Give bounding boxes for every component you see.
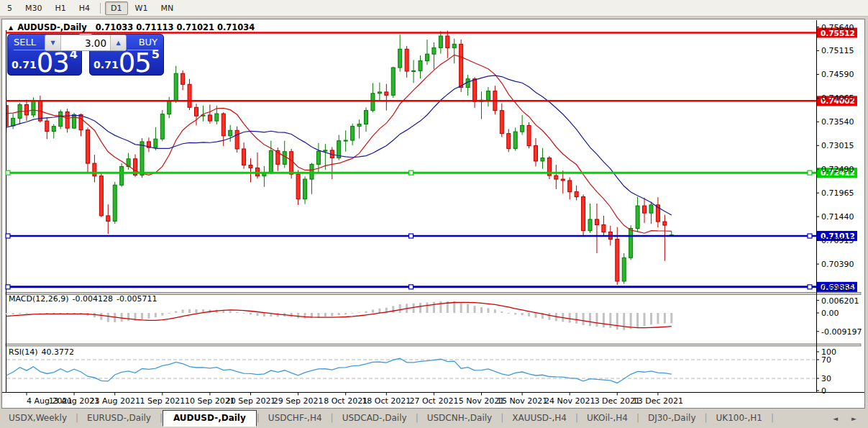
chart-title-bar: ▲AUDUSD-,Daily 0.71033 0.71113 0.71021 0…: [9, 22, 255, 32]
candle-body: [486, 91, 490, 101]
buy-price-big: 05: [119, 53, 151, 74]
level-handle[interactable]: [808, 285, 812, 289]
date-axis: 4 Aug 202113 Aug 202123 Aug 20211 Sep 20…: [27, 393, 683, 406]
date-tick-label: 24 Nov 2021: [544, 396, 595, 406]
candle-body: [425, 54, 429, 60]
level-handle[interactable]: [409, 170, 414, 175]
candle-body: [602, 224, 606, 232]
candle-body: [249, 165, 252, 168]
rsi-name: RSI(14): [9, 347, 37, 357]
price-tick-label: 0.70390: [821, 260, 854, 269]
candle-body: [521, 125, 524, 132]
level-handle[interactable]: [6, 170, 10, 175]
candle-body: [208, 115, 211, 121]
candle-body: [140, 142, 144, 175]
macd-signal-value: -0.005711: [117, 294, 157, 304]
candle-body: [290, 152, 293, 174]
candle-body: [235, 130, 239, 149]
candle-body: [507, 134, 511, 149]
candle-body: [86, 130, 89, 163]
candle-body: [432, 47, 436, 54]
candle-body: [195, 107, 198, 116]
candle-body: [357, 124, 361, 126]
rsi-line: [6, 358, 672, 383]
candle-body: [500, 111, 503, 134]
level-handle[interactable]: [409, 234, 414, 238]
rsi-value: 40.3772: [41, 347, 74, 357]
candle-body: [398, 49, 402, 68]
candle-body: [283, 152, 286, 165]
candle-body: [541, 158, 544, 161]
price-tick-label: 0.73015: [821, 141, 854, 150]
price-tick-label: 0.72490: [821, 165, 854, 174]
candle-body: [446, 36, 449, 47]
price-tick-label: 0.71965: [821, 188, 854, 198]
sell-price: 0.71034: [8, 47, 81, 74]
candle-body: [568, 181, 572, 192]
date-tick-label: 29 Sep 2021: [273, 396, 324, 406]
macd-tick-label: -0.009197: [821, 327, 862, 337]
candle-body: [59, 112, 63, 127]
candle-body: [473, 79, 477, 101]
sell-price-big: 03: [37, 53, 69, 74]
candle-body: [385, 92, 388, 95]
candle-body: [344, 140, 347, 141]
candle-body: [316, 151, 320, 164]
candle-body: [391, 68, 395, 95]
level-handle[interactable]: [808, 170, 812, 175]
candle-body: [242, 149, 246, 165]
price-tick-label: 0.70915: [821, 236, 854, 245]
price-tick-label: 0.74590: [821, 70, 854, 79]
candle-body: [365, 111, 368, 124]
candle-body: [99, 176, 103, 216]
candle-body: [649, 205, 653, 213]
volume-input[interactable]: 3.00: [61, 35, 110, 50]
macd-tick-label: 0.006201: [821, 296, 859, 306]
candle-body: [215, 114, 219, 121]
candle-body: [588, 219, 592, 231]
ohlc-readout: 0.71033 0.71113 0.71021 0.71034: [96, 22, 255, 32]
macd-name: MACD(12,26,9): [9, 294, 69, 304]
candle-body: [636, 206, 639, 228]
level-handle[interactable]: [6, 285, 10, 289]
volume-increase-button[interactable]: ▲: [110, 35, 126, 50]
level-handle[interactable]: [409, 285, 414, 289]
price-tick-label: 0.75115: [821, 46, 854, 55]
candle-body: [113, 185, 117, 221]
candle-body: [575, 192, 578, 197]
candle-body: [303, 179, 307, 199]
candle-body: [513, 132, 517, 148]
mt4-terminal: 5M30H1H4D1W1MN 0.755120.740020.724120.71…: [0, 0, 868, 428]
one-click-trading-panel: SELL 0.71034 BUY 0.71055 ▼ 3.00 ▲: [7, 34, 164, 76]
date-tick-label: 15 Nov 2021: [497, 396, 547, 406]
candle-body: [32, 101, 35, 114]
one-click-panel-toggle-icon[interactable]: ▲: [9, 24, 13, 31]
candle-body: [160, 114, 164, 140]
candle-body: [174, 73, 178, 101]
candle-body: [351, 127, 355, 140]
level-handle[interactable]: [808, 234, 812, 238]
candle-body: [629, 228, 633, 258]
candle-body: [622, 258, 626, 281]
volume-decrease-button[interactable]: ▼: [45, 35, 61, 50]
volume-stepper: ▼ 3.00 ▲: [45, 35, 127, 51]
candle-body: [181, 73, 185, 84]
candle-body: [106, 216, 110, 222]
level-handle[interactable]: [6, 234, 10, 238]
macd-indicator-label: MACD(12,26,9)-0.004128-0.005711: [9, 294, 160, 304]
candle-body: [79, 114, 83, 129]
candle-body: [534, 146, 538, 161]
candle-body: [412, 70, 416, 71]
macd-axis: 0.0062010.00-0.009197: [816, 296, 862, 337]
date-tick-label: 27 Oct 2021: [409, 396, 458, 406]
candle-body: [73, 114, 76, 128]
candle-body: [25, 104, 29, 114]
candle-body: [371, 94, 375, 111]
candle-body: [296, 174, 300, 199]
date-tick-label: 18 Oct 2021: [362, 396, 411, 406]
candle-body: [45, 121, 49, 131]
rsi-tick-label: 0: [821, 386, 826, 396]
candle-body: [554, 176, 558, 179]
buy-price-prefix: 0.71: [93, 59, 119, 70]
candle-body: [269, 151, 273, 173]
